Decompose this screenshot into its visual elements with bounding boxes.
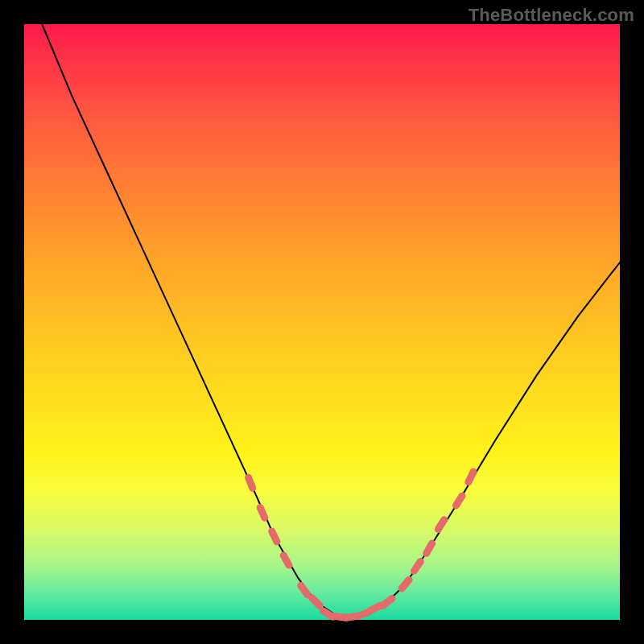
highlight-dot [358,612,369,616]
highlight-dot [301,585,308,594]
highlight-dot [415,562,421,572]
outer-frame: TheBottleneck.com [0,0,644,644]
bottleneck-curve [42,24,620,617]
highlight-dot [402,580,409,588]
highlight-dot [469,472,473,482]
highlight-dot [370,605,381,610]
highlight-dot [438,520,444,530]
curve-svg [24,24,620,620]
highlight-dot [383,598,392,605]
highlight-dot [260,507,265,518]
highlight-dot [249,477,253,488]
highlight-dot [456,496,462,506]
highlight-dot [427,543,432,553]
highlight-markers [249,472,473,617]
highlight-dot [283,555,289,565]
watermark-text: TheBottleneck.com [469,5,634,26]
highlight-dot [272,531,277,542]
highlight-dot [312,598,320,606]
